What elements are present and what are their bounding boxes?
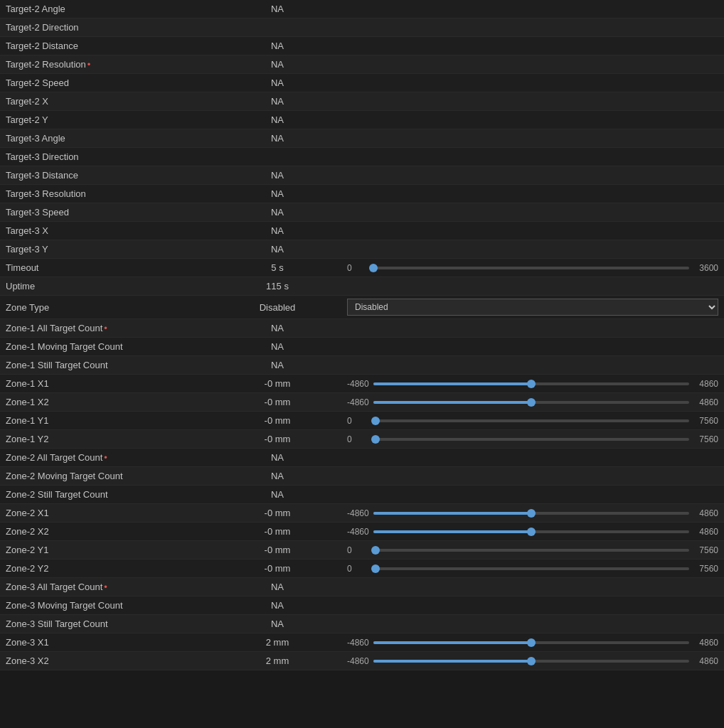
row-label: Target-3 Angle xyxy=(0,130,213,146)
slider-thumb[interactable] xyxy=(371,546,380,555)
row-label: Zone-3 Still Target Count xyxy=(0,616,213,632)
row-control[interactable]: 07560 xyxy=(341,413,724,429)
slider-max-label: 4860 xyxy=(693,379,718,389)
row-value: NA xyxy=(213,579,341,595)
row-value: NA xyxy=(213,486,341,503)
table-row: Target-3 ResolutionNA xyxy=(0,185,724,203)
row-control xyxy=(341,136,724,141)
slider-track[interactable] xyxy=(373,438,689,441)
slider-thumb[interactable] xyxy=(371,417,380,425)
row-label: Target-2 X xyxy=(0,93,213,109)
slider-track[interactable] xyxy=(373,530,689,533)
slider-thumb[interactable] xyxy=(527,657,536,665)
slider-track[interactable] xyxy=(373,567,689,570)
slider-min-label: 0 xyxy=(347,545,368,555)
slider-min-label: -4860 xyxy=(347,508,369,518)
zone-type-select[interactable]: DisabledEnabled xyxy=(347,299,718,316)
slider-container[interactable]: -48604860 xyxy=(347,656,718,666)
slider-min-label: -4860 xyxy=(347,379,369,389)
row-label: Zone-1 Y1 xyxy=(0,412,213,429)
row-control xyxy=(341,173,724,178)
table-row: Zone-1 Y2-0 mm07560 xyxy=(0,430,724,449)
row-label: Zone-2 Still Target Count xyxy=(0,486,213,503)
slider-container[interactable]: -48604860 xyxy=(347,638,718,648)
slider-container[interactable]: 07560 xyxy=(347,564,718,574)
row-label: Target-2 Distance xyxy=(0,38,213,54)
slider-container[interactable]: -48604860 xyxy=(347,379,718,389)
slider-track[interactable] xyxy=(373,401,689,404)
row-label: Zone-3 All Target Count• xyxy=(0,579,213,595)
table-row: Target-2 DistanceNA xyxy=(0,37,724,55)
row-label: Zone Type xyxy=(0,299,213,316)
row-control[interactable]: -48604860 xyxy=(341,635,724,651)
table-row: Zone-3 X22 mm-48604860 xyxy=(0,652,724,670)
slider-thumb[interactable] xyxy=(371,435,380,444)
slider-min-label: 0 xyxy=(347,564,368,574)
slider-container[interactable]: 07560 xyxy=(347,434,718,444)
slider-min-label: -4860 xyxy=(347,397,369,407)
slider-track[interactable] xyxy=(373,512,689,515)
row-control[interactable]: -48604860 xyxy=(341,653,724,669)
slider-track[interactable] xyxy=(373,660,689,663)
row-value: 5 s xyxy=(213,259,341,276)
slider-track[interactable] xyxy=(373,267,689,269)
row-value: Disabled xyxy=(213,299,341,316)
table-row: Zone-2 Y2-0 mm07560 xyxy=(0,560,724,578)
row-control[interactable]: 07560 xyxy=(341,432,724,447)
row-control xyxy=(341,603,724,609)
table-row: Zone-2 X2-0 mm-48604860 xyxy=(0,523,724,541)
table-row: Target-2 Direction xyxy=(0,18,724,37)
table-row: Zone-2 Still Target CountNA xyxy=(0,486,724,504)
slider-container[interactable]: -48604860 xyxy=(347,508,718,518)
row-value: 2 mm xyxy=(213,634,341,651)
slider-container[interactable]: 03600 xyxy=(347,263,718,273)
slider-min-label: 0 xyxy=(347,434,368,444)
slider-track[interactable] xyxy=(373,549,689,552)
row-value xyxy=(213,154,341,160)
row-control xyxy=(341,191,724,197)
slider-min-label: -4860 xyxy=(347,527,369,537)
row-control xyxy=(341,247,724,252)
slider-thumb[interactable] xyxy=(527,509,536,518)
slider-container[interactable]: 07560 xyxy=(347,545,718,555)
slider-thumb[interactable] xyxy=(527,380,536,388)
row-label: Zone-1 Still Target Count xyxy=(0,357,213,373)
slider-max-label: 7560 xyxy=(693,416,718,426)
table-row: Zone-1 X2-0 mm-48604860 xyxy=(0,393,724,412)
slider-max-label: 4860 xyxy=(693,508,718,518)
row-label: Zone-2 Y1 xyxy=(0,542,213,558)
row-control xyxy=(341,326,724,331)
row-control[interactable]: -48604860 xyxy=(341,505,724,521)
table-row: Timeout5 s03600 xyxy=(0,259,724,277)
slider-container[interactable]: -48604860 xyxy=(347,527,718,537)
slider-track[interactable] xyxy=(373,419,689,422)
row-control[interactable]: 07560 xyxy=(341,561,724,577)
row-value: NA xyxy=(213,241,341,257)
row-control xyxy=(341,6,724,12)
slider-container[interactable]: 07560 xyxy=(347,416,718,426)
table-row: Target-3 AngleNA xyxy=(0,129,724,148)
slider-track[interactable] xyxy=(373,641,689,644)
row-label: Target-2 Angle xyxy=(0,1,213,17)
slider-thumb[interactable] xyxy=(527,398,536,407)
row-control[interactable]: -48604860 xyxy=(341,376,724,392)
row-value: NA xyxy=(213,449,341,466)
row-label: Zone-2 X1 xyxy=(0,505,213,521)
slider-container[interactable]: -48604860 xyxy=(347,397,718,407)
row-label: Target-3 Distance xyxy=(0,167,213,183)
row-control xyxy=(341,492,724,498)
row-control[interactable]: 07560 xyxy=(341,542,724,558)
table-row: Uptime115 s xyxy=(0,277,724,296)
slider-thumb[interactable] xyxy=(369,264,378,272)
row-control[interactable]: 03600 xyxy=(341,260,724,276)
row-control[interactable]: -48604860 xyxy=(341,395,724,410)
slider-thumb[interactable] xyxy=(371,564,380,573)
row-control[interactable]: -48604860 xyxy=(341,524,724,540)
row-value: -0 mm xyxy=(213,412,341,429)
slider-track[interactable] xyxy=(373,382,689,385)
row-control xyxy=(341,43,724,49)
slider-thumb[interactable] xyxy=(527,638,536,647)
slider-thumb[interactable] xyxy=(527,528,536,536)
table-row: Zone-2 Moving Target CountNA xyxy=(0,467,724,486)
row-control[interactable]: DisabledEnabled xyxy=(341,296,724,318)
